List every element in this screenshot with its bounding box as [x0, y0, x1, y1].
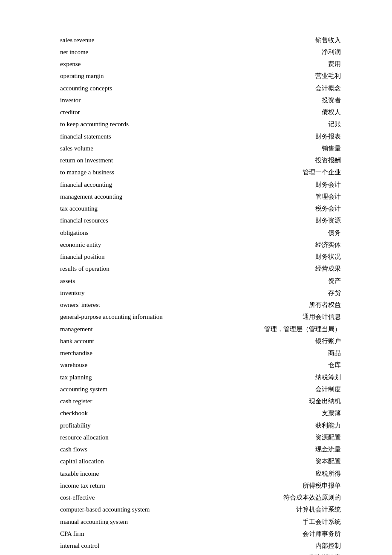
- vocab-row: Sarbanes-Oxley Act(SOX)萨班斯法案: [60, 552, 366, 555]
- english-term: taxable income: [60, 468, 228, 480]
- chinese-term: 财务报表: [228, 130, 366, 142]
- chinese-term: 管理一个企业: [228, 167, 366, 179]
- vocab-row: creditor债权人: [60, 107, 366, 119]
- vocab-row: tax planning纳税筹划: [60, 371, 366, 383]
- english-term: results of operation: [60, 263, 228, 275]
- english-term: financial accounting: [60, 179, 228, 191]
- chinese-term: 会计师事务所: [228, 528, 366, 540]
- vocab-row: general-purpose accounting information通用…: [60, 311, 366, 323]
- vocab-row: management accounting管理会计: [60, 191, 366, 202]
- english-term: manual accounting system: [60, 516, 228, 528]
- english-term: financial position: [60, 251, 228, 263]
- vocab-row: tax accounting税务会计: [60, 203, 366, 215]
- english-term: economic entity: [60, 239, 228, 251]
- english-term: management: [60, 323, 228, 335]
- vocab-row: checkbook支票簿: [60, 408, 366, 419]
- chinese-term: 财务状况: [228, 251, 366, 263]
- english-term: to keep accounting records: [60, 119, 228, 130]
- english-term: CPA firm: [60, 528, 228, 540]
- vocab-row: owners' interest所有者权益: [60, 299, 366, 311]
- english-term: cash flows: [60, 444, 228, 456]
- english-term: computer-based accounting system: [60, 504, 228, 516]
- chinese-term: 资产: [228, 275, 366, 287]
- vocab-row: expense费用: [60, 58, 366, 70]
- chinese-term: 支票簿: [228, 408, 366, 419]
- chinese-term: 管理会计: [228, 191, 366, 202]
- chinese-term: 管理，管理层（管理当局）: [228, 323, 366, 335]
- english-term: operating margin: [60, 70, 228, 82]
- vocab-row: management管理，管理层（管理当局）: [60, 323, 366, 335]
- chinese-term: 计算机会计系统: [228, 504, 366, 516]
- chinese-term: 通用会计信息: [228, 311, 366, 323]
- chinese-term: 存货: [228, 287, 366, 299]
- english-term: expense: [60, 58, 228, 70]
- english-term: financial resources: [60, 215, 228, 227]
- vocab-row: merchandise商品: [60, 347, 366, 359]
- english-term: internal control: [60, 540, 228, 552]
- chinese-term: 萨班斯法案: [228, 552, 366, 555]
- english-term: assets: [60, 275, 228, 287]
- english-term: cash register: [60, 396, 228, 408]
- vocab-row: operating margin营业毛利: [60, 70, 366, 82]
- chinese-term: 记账: [228, 119, 366, 130]
- chinese-term: 销售收入: [228, 34, 366, 46]
- chinese-term: 会计概念: [228, 82, 366, 94]
- chinese-term: 税务会计: [228, 203, 366, 215]
- chinese-term: 经营成果: [228, 263, 366, 275]
- vocab-row: bank account银行账户: [60, 335, 366, 347]
- english-term: general-purpose accounting information: [60, 311, 228, 323]
- chinese-term: 营业毛利: [228, 70, 366, 82]
- chinese-term: 符合成本效益原则的: [228, 492, 366, 504]
- vocab-row: assets资产: [60, 275, 366, 287]
- chinese-term: 销售量: [228, 142, 366, 154]
- english-term: resource allocation: [60, 431, 228, 443]
- english-term: bank account: [60, 335, 228, 347]
- vocab-row: net income净利润: [60, 46, 366, 58]
- english-term: net income: [60, 46, 228, 58]
- vocab-row: profitability获利能力: [60, 419, 366, 431]
- chinese-term: 债务: [228, 227, 366, 239]
- vocab-row: internal control内部控制: [60, 540, 366, 552]
- english-term: cost-effective: [60, 492, 228, 504]
- vocab-row: financial statements财务报表: [60, 130, 366, 142]
- vocab-row: sales volume销售量: [60, 142, 366, 154]
- english-term: income tax return: [60, 480, 228, 491]
- english-term: inventory: [60, 287, 228, 299]
- vocab-row: to manage a business管理一个企业: [60, 167, 366, 179]
- english-term: creditor: [60, 107, 228, 119]
- english-term: investor: [60, 94, 228, 106]
- vocab-row: resource allocation资源配置: [60, 431, 366, 443]
- english-term: merchandise: [60, 347, 228, 359]
- vocab-row: taxable income应税所得: [60, 468, 366, 480]
- vocab-row: accounting system会计制度: [60, 383, 366, 395]
- chinese-term: 现金流量: [228, 444, 366, 456]
- vocab-row: financial resources财务资源: [60, 215, 366, 227]
- vocab-row: return on investment投资报酬: [60, 155, 366, 167]
- english-term: sales volume: [60, 142, 228, 154]
- vocab-row: cost-effective符合成本效益原则的: [60, 492, 366, 504]
- vocab-row: investor投资者: [60, 94, 366, 106]
- vocab-row: financial accounting财务会计: [60, 179, 366, 191]
- chinese-term: 银行账户: [228, 335, 366, 347]
- vocab-row: economic entity经济实体: [60, 239, 366, 251]
- chinese-term: 会计制度: [228, 383, 366, 395]
- english-term: sales revenue: [60, 34, 228, 46]
- chinese-term: 费用: [228, 58, 366, 70]
- chinese-term: 内部控制: [228, 540, 366, 552]
- vocab-row: accounting concepts会计概念: [60, 82, 366, 94]
- english-term: financial statements: [60, 130, 228, 142]
- vocab-row: sales revenue销售收入: [60, 34, 366, 46]
- chinese-term: 净利润: [228, 46, 366, 58]
- chinese-term: 财务资源: [228, 215, 366, 227]
- english-term: checkbook: [60, 408, 228, 419]
- english-term: tax accounting: [60, 203, 228, 215]
- english-term: Sarbanes-Oxley Act(SOX): [60, 552, 228, 555]
- chinese-term: 纳税筹划: [228, 371, 366, 383]
- chinese-term: 资本配置: [228, 456, 366, 468]
- chinese-term: 商品: [228, 347, 366, 359]
- vocab-row: cash register现金出纳机: [60, 396, 366, 408]
- english-term: management accounting: [60, 191, 228, 202]
- chinese-term: 投资报酬: [228, 155, 366, 167]
- chinese-term: 债权人: [228, 107, 366, 119]
- vocabulary-table: sales revenue销售收入net income净利润expense费用o…: [60, 34, 366, 555]
